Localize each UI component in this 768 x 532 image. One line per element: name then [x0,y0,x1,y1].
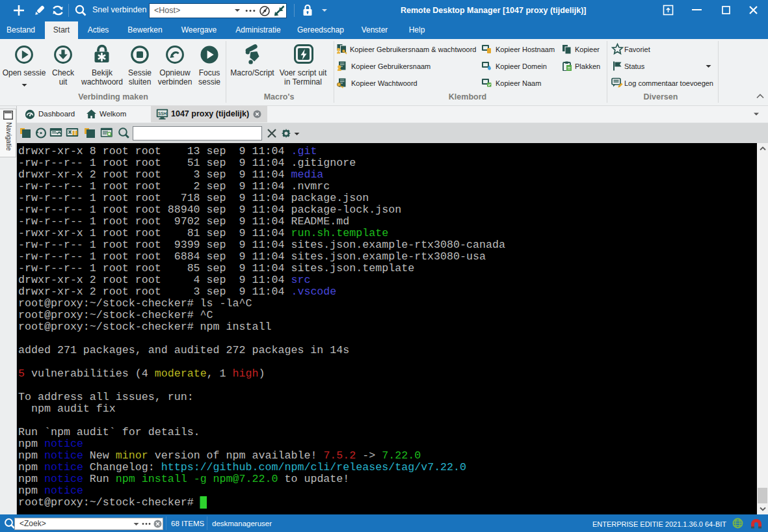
svg-text:SSH: SSH [158,111,167,116]
